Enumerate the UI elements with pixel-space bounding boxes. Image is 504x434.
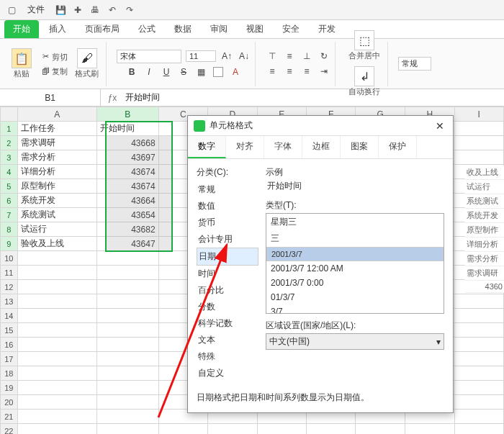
row-header[interactable]: 10 bbox=[1, 251, 18, 266]
row-header[interactable]: 4 bbox=[1, 165, 18, 179]
dlg-tab-border[interactable]: 边框 bbox=[302, 136, 341, 158]
cell[interactable]: 需求分析 bbox=[17, 150, 96, 165]
dlg-tab-number[interactable]: 数字 bbox=[188, 136, 226, 158]
orientation-icon[interactable]: ↻ bbox=[318, 50, 330, 63]
category-item[interactable]: 特殊 bbox=[197, 348, 258, 365]
row-header[interactable]: 3 bbox=[1, 150, 18, 165]
col-header-B[interactable]: B bbox=[97, 107, 158, 122]
row-header[interactable]: 13 bbox=[1, 294, 18, 309]
strike-icon[interactable]: S bbox=[177, 65, 190, 78]
font-name-select[interactable]: 宋体 bbox=[117, 50, 181, 63]
align-middle-icon[interactable]: ≡ bbox=[283, 50, 296, 63]
increase-font-icon[interactable]: A↑ bbox=[220, 50, 233, 63]
row-header[interactable]: 2 bbox=[1, 136, 18, 150]
type-item[interactable]: 2001/3/7 0:00 bbox=[266, 276, 444, 290]
category-item[interactable]: 百分比 bbox=[197, 282, 258, 299]
fill-color-icon[interactable] bbox=[212, 65, 225, 78]
formula-input[interactable]: 开始时间 bbox=[125, 91, 160, 104]
category-item[interactable]: 文本 bbox=[197, 332, 258, 348]
file-menu[interactable]: 文件 bbox=[22, 4, 50, 16]
type-item[interactable]: 01/3/7 bbox=[266, 290, 444, 304]
row-header[interactable]: 8 bbox=[1, 222, 18, 237]
category-item[interactable]: 常规 bbox=[197, 181, 258, 198]
align-left-icon[interactable]: ≡ bbox=[266, 65, 279, 78]
cell[interactable]: 43682 bbox=[97, 222, 158, 237]
tab-start[interactable]: 开始 bbox=[4, 20, 39, 38]
cut-button[interactable]: ✂剪切 bbox=[39, 50, 68, 63]
align-bottom-icon[interactable]: ⊥ bbox=[300, 50, 313, 63]
copy-button[interactable]: 🗐复制 bbox=[39, 65, 68, 78]
cell[interactable]: 系统开发 bbox=[17, 194, 96, 208]
type-list[interactable]: 星期三 三 2001/3/7 2001/3/7 12:00 AM 2001/3/… bbox=[266, 213, 444, 314]
tab-page-layout[interactable]: 页面布局 bbox=[76, 20, 128, 38]
type-item[interactable]: 3/7 bbox=[266, 304, 444, 314]
row-header[interactable]: 6 bbox=[1, 194, 18, 208]
type-item[interactable]: 2001/3/7 12:00 AM bbox=[266, 261, 444, 276]
category-item[interactable]: 时间 bbox=[197, 266, 258, 282]
locale-select[interactable]: 中文(中国) ▾ bbox=[266, 333, 444, 350]
align-top-icon[interactable]: ⊤ bbox=[266, 50, 279, 63]
category-item[interactable]: 分数 bbox=[197, 299, 258, 315]
tab-developer[interactable]: 开发 bbox=[310, 20, 344, 38]
row-header[interactable]: 15 bbox=[1, 323, 18, 338]
bold-icon[interactable]: B bbox=[125, 65, 138, 78]
row-header[interactable]: 22 bbox=[1, 424, 18, 435]
row-header[interactable]: 1 bbox=[1, 122, 18, 136]
category-item[interactable]: 货币 bbox=[197, 214, 258, 231]
row-header[interactable]: 5 bbox=[1, 179, 18, 194]
cell[interactable]: 需求调研 bbox=[17, 136, 96, 150]
dialog-titlebar[interactable]: 单元格格式 ✕ bbox=[188, 116, 453, 136]
print-icon[interactable]: 🖶 bbox=[88, 3, 102, 17]
decrease-font-icon[interactable]: A↓ bbox=[238, 50, 251, 63]
tab-data[interactable]: 数据 bbox=[166, 20, 200, 38]
cell[interactable]: 开始时间 bbox=[97, 122, 158, 136]
dlg-tab-protect[interactable]: 保护 bbox=[379, 136, 417, 158]
name-box[interactable]: B1 bbox=[0, 89, 101, 106]
row-header[interactable]: 9 bbox=[1, 237, 18, 251]
cell[interactable]: 43647 bbox=[97, 237, 158, 251]
row-header[interactable]: 19 bbox=[1, 381, 18, 395]
category-item-date[interactable]: 日期 bbox=[197, 248, 258, 266]
cell[interactable]: 43697 bbox=[97, 150, 158, 165]
category-item[interactable]: 会计专用 bbox=[197, 231, 258, 248]
select-all-corner[interactable] bbox=[1, 107, 18, 122]
redo-icon[interactable]: ↷ bbox=[122, 3, 137, 17]
category-item[interactable]: 自定义 bbox=[197, 365, 258, 381]
col-header-A[interactable]: A bbox=[17, 107, 96, 122]
dlg-tab-font[interactable]: 字体 bbox=[264, 136, 302, 158]
border-icon[interactable]: ▦ bbox=[194, 65, 207, 78]
font-color-icon[interactable]: A bbox=[229, 65, 242, 78]
type-item[interactable]: 2001/3/7 bbox=[266, 247, 444, 261]
type-item[interactable]: 星期三 bbox=[266, 214, 444, 230]
paste-button[interactable]: 📋 粘贴 bbox=[9, 47, 35, 81]
row-header[interactable]: 11 bbox=[1, 266, 18, 280]
row-header[interactable]: 17 bbox=[1, 352, 18, 366]
row-header[interactable]: 12 bbox=[1, 280, 18, 294]
undo-icon[interactable]: ↶ bbox=[105, 3, 120, 17]
row-header[interactable]: 21 bbox=[1, 410, 18, 424]
align-right-icon[interactable]: ≡ bbox=[300, 65, 313, 78]
col-header-I[interactable]: I bbox=[454, 107, 503, 122]
save-icon[interactable]: 💾 bbox=[53, 3, 68, 17]
align-center-icon[interactable]: ≡ bbox=[283, 65, 296, 78]
category-list[interactable]: 常规 数值 货币 会计专用 日期 时间 百分比 分数 科学记数 文本 特殊 自定… bbox=[197, 181, 258, 381]
format-painter-button[interactable]: 🖌 格式刷 bbox=[72, 47, 102, 81]
category-item[interactable]: 数值 bbox=[197, 198, 258, 214]
tab-review[interactable]: 审阅 bbox=[202, 20, 236, 38]
cell[interactable]: 43664 bbox=[97, 194, 158, 208]
fx-icon[interactable]: ƒx bbox=[107, 92, 118, 104]
cell[interactable]: 系统测试 bbox=[17, 208, 96, 222]
cell[interactable]: 试运行 bbox=[17, 222, 96, 237]
type-item[interactable]: 三 bbox=[266, 230, 444, 247]
underline-icon[interactable]: U bbox=[160, 65, 173, 78]
row-header[interactable]: 20 bbox=[1, 395, 18, 410]
tab-view[interactable]: 视图 bbox=[238, 20, 272, 38]
row-header[interactable]: 18 bbox=[1, 366, 18, 381]
cell[interactable]: 详细分析 bbox=[17, 165, 96, 179]
cell[interactable]: 43668 bbox=[97, 136, 158, 150]
merge-center-button[interactable]: ⬚ 合并居中 bbox=[346, 29, 383, 63]
cell[interactable]: 43654 bbox=[97, 208, 158, 222]
tab-security[interactable]: 安全 bbox=[274, 20, 308, 38]
cell[interactable]: 43674 bbox=[97, 165, 158, 179]
indent-icon[interactable]: ⇥ bbox=[318, 65, 330, 78]
